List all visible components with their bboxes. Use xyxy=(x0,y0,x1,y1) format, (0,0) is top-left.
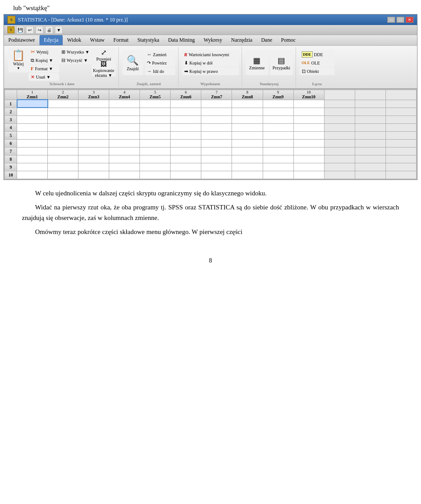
menu-wykresy[interactable]: Wykresy xyxy=(199,35,227,45)
qa-print-button[interactable]: 🖨 xyxy=(45,26,53,34)
col-num-4: 4 xyxy=(110,90,139,94)
cell-1-8[interactable] xyxy=(232,100,263,108)
zamien-label: Zamień xyxy=(153,52,167,57)
wklej-dropdown[interactable]: ▼ xyxy=(17,66,20,70)
paragraph-3: Omówmy teraz pokrótce części składowe me… xyxy=(22,227,399,237)
przenies-button[interactable]: ⤢ Przenieś xyxy=(92,48,116,62)
cell-1-9[interactable] xyxy=(263,100,293,108)
col-header-8[interactable]: 8 Zmn8 xyxy=(232,90,263,100)
cell-1-3[interactable] xyxy=(78,100,109,108)
statistica-window: S STATISTICA - [Dane: Arkusz1 (10 zmn. *… xyxy=(4,14,417,180)
menu-widok[interactable]: Widok xyxy=(63,35,86,45)
select-all-icon: ⊞ xyxy=(61,49,65,55)
col-name-4: Zmn4 xyxy=(110,94,139,99)
cell-2-5[interactable] xyxy=(140,108,171,115)
format-icon: F xyxy=(31,66,34,71)
cell-1-1[interactable] xyxy=(17,100,48,108)
cell-2-3[interactable] xyxy=(78,108,109,115)
znajdz-button[interactable]: 🔍 Znajdź xyxy=(122,50,143,75)
col-header-2[interactable]: 2 Zmn2 xyxy=(48,90,78,100)
scissors-icon: ✂ xyxy=(31,49,35,55)
qa-save-button[interactable]: 💾 xyxy=(16,26,24,34)
cell-1-5[interactable] xyxy=(140,100,171,108)
zmienne-button[interactable]: ▦ Zmienne xyxy=(246,50,268,75)
table-row: 8 xyxy=(5,155,417,163)
menu-edycja[interactable]: Edycja xyxy=(39,35,63,45)
page-number-area: 8 xyxy=(0,248,421,273)
menu-narzedzia[interactable]: Narzędzia xyxy=(227,35,257,45)
row-num-4: 4 xyxy=(5,123,17,131)
menu-pomoc[interactable]: Pomoc xyxy=(277,35,300,45)
lacza-label: Łącza xyxy=(297,82,337,86)
wyczysc-button[interactable]: ⊟ Wyczyść ▼ xyxy=(59,56,92,64)
wszystko-group: ⊞ Wszystko ▼ ⊟ Wyczyść ▼ xyxy=(59,48,92,81)
qa-redo-button[interactable]: ↪ xyxy=(36,26,43,34)
kopiuj-w-prawo-button[interactable]: ➡ Kopiuj w prawo xyxy=(182,67,239,75)
col-num-2: 2 xyxy=(49,90,77,94)
cell-2-10[interactable] xyxy=(293,108,324,115)
wyczysc-label: Wyczyść ▼ xyxy=(67,58,88,63)
col-header-6[interactable]: 6 Zmn6 xyxy=(171,90,201,100)
delete-icon: ✕ xyxy=(31,74,35,80)
cases-icon: ▤ xyxy=(278,56,285,65)
cell-1-6[interactable] xyxy=(171,100,201,108)
table-row: 6 xyxy=(5,139,417,147)
dde-button[interactable]: DDE DDE xyxy=(300,50,335,58)
wklej-button[interactable]: 📋 Wklej ▼ xyxy=(8,48,29,72)
wszystko-button[interactable]: ⊞ Wszystko ▼ xyxy=(59,48,92,56)
wytnij-button[interactable]: ✂ Wytnij xyxy=(29,48,59,56)
minimize-button[interactable]: ─ xyxy=(387,17,395,23)
col-header-7[interactable]: 7 Zmn7 xyxy=(201,90,232,100)
przypadki-button[interactable]: ▤ Przypadki xyxy=(270,50,293,75)
cell-2-9[interactable] xyxy=(263,108,293,115)
cell-2-2[interactable] xyxy=(48,108,78,115)
cell-2-1[interactable] xyxy=(17,108,48,115)
maximize-button[interactable]: □ xyxy=(396,17,404,23)
cell-1-4[interactable] xyxy=(109,100,140,108)
col-header-extra3 xyxy=(385,90,416,100)
table-row: 5 xyxy=(5,131,417,139)
idz-do-button[interactable]: → Idź do xyxy=(145,67,175,75)
col-num-3: 3 xyxy=(79,90,108,94)
zmienne-label: Zmienne xyxy=(249,65,265,70)
cell-2-7[interactable] xyxy=(201,108,232,115)
format-button[interactable]: F Format ▼ xyxy=(29,65,59,72)
col-header-4[interactable]: 4 Zmn4 xyxy=(109,90,140,100)
cell-2-8[interactable] xyxy=(232,108,263,115)
menu-statystyka[interactable]: Statystyka xyxy=(133,35,164,45)
close-button[interactable]: ✕ xyxy=(406,17,414,23)
menu-datamining[interactable]: Data Mining xyxy=(164,35,199,45)
cell-1-7[interactable] xyxy=(201,100,232,108)
col-header-10[interactable]: 10 Zmn10 xyxy=(293,90,324,100)
kopiuj-w-dol-button[interactable]: ⬇ Kopiuj w dół xyxy=(182,59,239,67)
ole-button[interactable]: OLE OLE xyxy=(300,59,335,67)
qa-extra-button[interactable]: ▼ xyxy=(55,26,63,34)
menu-podstawowe[interactable]: Podstawowe xyxy=(4,35,39,45)
kopiowanie-ekranu-button[interactable]: 🖼 Kopiowanieekranu ▼ xyxy=(92,62,116,76)
cell-1-10[interactable] xyxy=(293,100,324,108)
cell-2-4[interactable] xyxy=(109,108,140,115)
kopiuj-button[interactable]: ⧉ Kopiuj ▼ xyxy=(29,56,59,64)
col-header-3[interactable]: 3 Zmn3 xyxy=(78,90,109,100)
cell-1-2[interactable] xyxy=(48,100,78,108)
powtorz-label: Powtórz xyxy=(152,61,167,65)
title-controls[interactable]: ─ □ ✕ xyxy=(387,17,414,23)
obiekt-button[interactable]: ⊡ Obiekt xyxy=(300,67,335,75)
zamien-button[interactable]: ↔ Zamień xyxy=(145,50,175,58)
obiekt-label: Obiekt xyxy=(307,69,319,74)
col-header-9[interactable]: 9 Zmn9 xyxy=(263,90,293,100)
usun-button[interactable]: ✕ Usuń ▼ xyxy=(29,73,59,81)
menu-format[interactable]: Format xyxy=(109,35,133,45)
powtorz-button[interactable]: ↷ Powtórz xyxy=(145,59,175,67)
row-num-3: 3 xyxy=(5,115,17,123)
title-bar: S STATISTICA - [Dane: Arkusz1 (10 zmn. *… xyxy=(4,14,417,25)
qa-undo-button[interactable]: ↩ xyxy=(26,26,34,34)
standaryzuj-label: Standaryzuj xyxy=(243,82,296,86)
wartosciami-button[interactable]: R Wartościami losowymi xyxy=(182,50,239,58)
cell-2-6[interactable] xyxy=(171,108,201,115)
menu-dane[interactable]: Dane xyxy=(257,35,276,45)
menu-wstaw[interactable]: Wstaw xyxy=(86,35,109,45)
col-header-5[interactable]: 5 Zmn5 xyxy=(140,90,171,100)
col-name-7: Zmn7 xyxy=(202,94,231,99)
col-header-1[interactable]: 1 Zmn1 xyxy=(17,90,48,100)
